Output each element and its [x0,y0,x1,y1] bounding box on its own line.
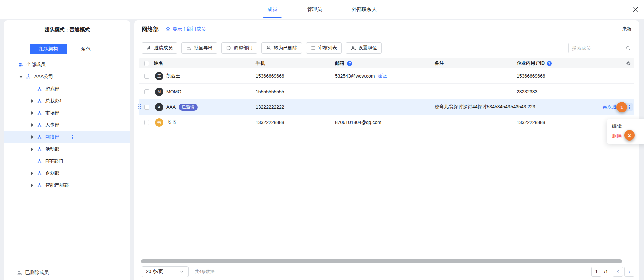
tab-admins[interactable]: 管理员 [307,0,322,19]
context-menu-item-edit[interactable]: 编辑 [607,121,644,131]
tree-item-8[interactable]: FFF部门 [4,155,130,167]
caret-down-icon[interactable] [19,75,23,78]
tree-item-label: 市场部 [45,110,59,116]
tree-item-label: 网络部 [45,134,59,140]
boss-filter[interactable]: 老板 [622,26,632,32]
divider [140,38,633,38]
tree-item-label: 总裁办1 [45,98,62,104]
caret-right-icon[interactable] [31,172,34,175]
page-total-label: /1 [604,269,608,274]
tree-item-5[interactable]: 人事部 [4,119,130,131]
prev-page-button[interactable] [613,267,623,277]
team-mode-title: 团队模式：普通模式 [4,20,130,33]
chevron-down-icon [179,269,184,274]
pagination-bar: 20 条/页 共4条数据 1 /1 [134,266,639,277]
department-icon [37,110,42,116]
total-count-label: 共4条数据 [195,269,214,275]
caret-spacer [31,87,34,91]
column-header-remark: 备注 [435,58,444,68]
caret-right-icon[interactable] [31,135,34,139]
org-sidebar: 团队模式：普通模式 组织架构 角色 全部成员AAA公司游戏部总裁办1市场部人事部… [4,20,130,280]
panel-header: 网络部 显示子部门成员 老板 [134,20,639,38]
tree-item-label: 智能产能部 [45,182,69,188]
tree-item-2[interactable]: 游戏部 [4,83,130,95]
person-remove-icon [266,45,271,51]
tree-item-0[interactable]: 全部成员 [4,59,130,71]
name-cell: 书飞书 [155,115,176,130]
help-icon[interactable]: ? [347,61,352,66]
current-page-box[interactable]: 1 [591,267,601,277]
drag-handle-icon[interactable] [138,104,141,109]
tabs: 成员管理员外部联系人 [0,0,644,19]
avatar: 王 [155,72,163,80]
table-body: 王凯西王15366669666532543@wew.com验证153666696… [139,68,634,130]
tree-item-label: 人事部 [45,122,59,128]
tab-members[interactable]: 成员 [267,0,277,19]
download-button[interactable]: 批量导出 [181,42,217,54]
divider [4,39,130,39]
list-icon [311,45,316,51]
next-page-button[interactable] [624,267,634,277]
member-name: AAA [166,104,176,110]
tab-external-contacts[interactable]: 外部联系人 [352,0,377,19]
department-icon [37,86,42,92]
select-all-checkbox[interactable] [144,61,149,66]
tree-item-4[interactable]: 市场部 [4,107,130,119]
tree-item-label: 游戏部 [45,86,59,92]
list-button[interactable]: 审核列表 [306,42,342,54]
help-icon[interactable]: ? [547,61,552,66]
column-settings-icon[interactable] [626,61,631,66]
verify-link[interactable]: 验证 [378,73,387,79]
column-label: 姓名 [154,60,163,66]
download-icon [186,45,192,51]
role-button[interactable]: 角色 [67,44,104,54]
caret-right-icon[interactable] [31,148,34,151]
department-icon [37,134,42,140]
row-checkbox-cell [144,115,149,130]
name-cell: AAAA已邀请 [155,99,198,115]
toolbar: 邀请成员批量导出调整部门转为已删除审核列表设置职位 [142,42,634,54]
more-actions-icon[interactable] [72,135,73,139]
show-sub-dept-toggle[interactable]: 显示子部门成员 [165,26,206,32]
tree-item-1[interactable]: AAA公司 [4,71,130,83]
email-value: 532543@wew.com [335,73,375,79]
search-icon[interactable] [626,46,631,51]
email-value: 8706101804@qq.com [335,120,381,125]
toolbar-button-label: 调整部门 [234,45,253,51]
horizontal-scrollbar[interactable] [141,259,622,263]
row-checkbox-cell [144,68,149,84]
person-gear-button[interactable]: 设置职位 [346,42,382,54]
tree-item-7[interactable]: 活动部 [4,143,130,155]
caret-right-icon[interactable] [31,123,34,127]
department-icon [37,147,42,152]
row-checkbox[interactable] [144,74,149,79]
row-checkbox[interactable] [144,105,149,110]
page-size-select[interactable]: 20 条/页 [142,266,189,277]
department-title: 网络部 [142,25,159,33]
caret-right-icon[interactable] [31,184,34,187]
people-icon [18,62,23,67]
name-cell: MMOMO [155,84,181,99]
column-label: 手机 [256,60,265,66]
deleted-members-entry[interactable]: 已删除成员 [4,270,49,276]
tree-item-6[interactable]: 网络部 [4,131,130,143]
member-search-box [568,43,634,53]
row-checkbox[interactable] [144,120,149,125]
column-label: 备注 [435,60,444,66]
tree-item-label: 活动部 [45,146,59,152]
move-dept-button[interactable]: 调整部门 [221,42,257,54]
caret-right-icon[interactable] [31,99,34,103]
tree-item-3[interactable]: 总裁办1 [4,95,130,107]
close-icon[interactable] [633,6,639,12]
person-add-button[interactable]: 邀请成员 [142,42,177,54]
tree-item-10[interactable]: 智能产能部 [4,179,130,191]
members-table: 姓名手机邮箱?备注企业内用户ID? 王凯西王15366669666532543@… [139,58,634,130]
org-structure-button[interactable]: 组织架构 [30,44,67,54]
search-input[interactable] [572,45,626,51]
phone-cell: 13222222222 [256,99,284,115]
row-checkbox[interactable] [144,89,149,94]
caret-right-icon[interactable] [31,111,34,115]
person-remove-button[interactable]: 转为已删除 [261,42,302,54]
tree-item-9[interactable]: 企划部 [4,167,130,179]
deleted-member-icon [17,270,22,275]
